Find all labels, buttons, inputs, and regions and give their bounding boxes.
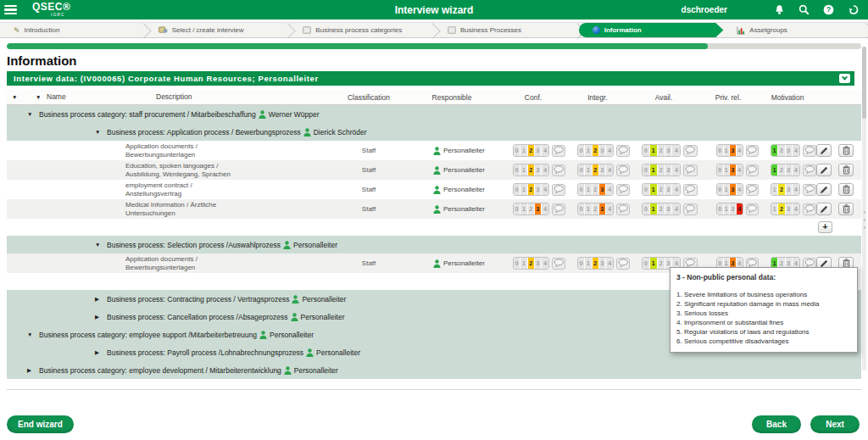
rating-cell-avail-3[interactable]: 3	[665, 184, 673, 195]
rating-cell-priv-1[interactable]: 1	[724, 164, 731, 175]
collapse-arrow-icon[interactable]: ▼	[95, 242, 103, 248]
edit-button[interactable]	[816, 183, 832, 196]
comment-icon[interactable]	[616, 184, 630, 196]
comment-icon[interactable]	[746, 203, 759, 215]
rating-cell-integr-3[interactable]: 3	[599, 258, 606, 269]
comment-icon[interactable]	[746, 184, 759, 196]
rating-cell-integr-3[interactable]: 3	[599, 164, 606, 175]
comment-icon[interactable]	[803, 145, 816, 157]
rating-cell-priv-1[interactable]: 1	[724, 145, 731, 156]
rating-cell-integr-0[interactable]: 0	[578, 164, 585, 175]
rating-cell-avail-3[interactable]: 3	[665, 145, 673, 156]
edit-button[interactable]	[816, 164, 832, 176]
rating-cell-integr-1[interactable]: 1	[585, 258, 592, 269]
rating-cell-conf-3[interactable]: 3	[535, 145, 542, 156]
rating-cell-priv-0[interactable]: 0	[717, 184, 724, 195]
rating-cell-priv-0[interactable]: 0	[717, 203, 724, 214]
rating-cell-integr-1[interactable]: 1	[585, 203, 592, 214]
rating-cell-avail-2[interactable]: 2	[658, 203, 665, 214]
rating-cell-integr-2[interactable]: 2	[593, 203, 599, 214]
rating-cell-motiv-1[interactable]: 1	[771, 164, 778, 175]
rating-cell-conf-2[interactable]: 2	[528, 164, 535, 175]
rating-cell-avail-1[interactable]: 1	[650, 145, 658, 156]
edit-button[interactable]	[816, 144, 832, 157]
rating-cell-conf-4[interactable]: 4	[542, 145, 548, 156]
delete-button[interactable]	[838, 164, 854, 176]
rating-cell-avail-2[interactable]: 2	[658, 184, 665, 195]
header-motivation[interactable]: Motivation	[759, 93, 816, 102]
header-conf[interactable]: Conf.	[501, 93, 565, 102]
comment-icon[interactable]	[616, 258, 630, 270]
rating-cell-integr-2[interactable]: 2	[593, 258, 599, 269]
comment-icon[interactable]	[683, 145, 698, 157]
rating-cell-conf-1[interactable]: 1	[520, 145, 527, 156]
rating-cell-priv-1[interactable]: 1	[724, 203, 731, 214]
rating-cell-priv-4[interactable]: 4	[737, 184, 743, 195]
rating-cell-conf-1[interactable]: 1	[520, 203, 527, 214]
rating-cell-avail-2[interactable]: 2	[658, 258, 665, 269]
rating-cell-motiv-1[interactable]: 1	[771, 145, 778, 156]
rating-cell-integr-3[interactable]: 3	[599, 203, 606, 214]
rating-cell-conf-4[interactable]: 4	[542, 184, 548, 195]
rating-cell-motiv-4[interactable]: 4	[793, 145, 799, 156]
rating-cell-conf-0[interactable]: 0	[514, 164, 520, 175]
rating-cell-conf-1[interactable]: 1	[520, 164, 527, 175]
delete-button[interactable]	[838, 183, 854, 196]
rating-cell-avail-1[interactable]: 1	[650, 258, 658, 269]
comment-icon[interactable]	[552, 258, 565, 270]
header-priv-rel[interactable]: Priv. rel.	[698, 93, 759, 102]
rating-cell-avail-2[interactable]: 2	[658, 145, 665, 156]
step-select-create-interview[interactable]: Select / create interview	[145, 23, 290, 37]
comment-icon[interactable]	[616, 145, 630, 157]
rating-cell-avail-4[interactable]: 4	[672, 203, 680, 214]
rating-cell-integr-3[interactable]: 3	[599, 184, 606, 195]
rating-cell-motiv-1[interactable]: 1	[771, 203, 778, 214]
header-name[interactable]: Name	[47, 93, 66, 102]
header-description[interactable]: Description	[156, 93, 192, 102]
step-introduction[interactable]: ✎Introduction	[0, 23, 145, 37]
rating-cell-avail-3[interactable]: 3	[665, 203, 673, 214]
comment-icon[interactable]	[616, 203, 630, 215]
rating-cell-conf-0[interactable]: 0	[514, 258, 520, 269]
collapse-section-icon[interactable]	[839, 74, 850, 83]
rating-cell-priv-0[interactable]: 0	[717, 164, 724, 175]
rating-cell-conf-0[interactable]: 0	[514, 145, 520, 156]
rating-cell-avail-0[interactable]: 0	[643, 258, 650, 269]
rating-cell-integr-0[interactable]: 0	[578, 203, 585, 214]
rating-cell-priv-3[interactable]: 3	[730, 164, 737, 175]
column-filter-icon[interactable]: ▼	[12, 93, 17, 102]
rating-cell-integr-3[interactable]: 3	[599, 145, 606, 156]
rating-cell-integr-2[interactable]: 2	[593, 184, 599, 195]
rating-cell-motiv-4[interactable]: 4	[793, 203, 799, 214]
rating-cell-conf-0[interactable]: 0	[514, 184, 520, 195]
edit-button[interactable]	[816, 203, 832, 215]
header-classification[interactable]: Classification	[335, 93, 403, 102]
comment-icon[interactable]	[803, 184, 816, 196]
expand-arrow-icon[interactable]: ▶	[95, 314, 103, 320]
rating-cell-priv-4[interactable]: 4	[737, 203, 743, 214]
rating-cell-priv-3[interactable]: 3	[730, 203, 737, 214]
rating-cell-conf-2[interactable]: 2	[528, 184, 535, 195]
next-button[interactable]: Next	[810, 415, 860, 433]
collapse-arrow-icon[interactable]: ▼	[27, 331, 36, 337]
help-icon[interactable]: ?	[822, 3, 835, 16]
collapse-arrow-icon[interactable]: ▼	[95, 129, 103, 135]
back-button[interactable]: Back	[752, 415, 801, 433]
rating-cell-integr-0[interactable]: 0	[578, 184, 585, 195]
rating-cell-motiv-4[interactable]: 4	[793, 184, 799, 195]
comment-icon[interactable]	[683, 203, 698, 215]
rating-cell-conf-4[interactable]: 4	[542, 258, 548, 269]
rating-cell-integr-4[interactable]: 4	[606, 145, 613, 156]
comment-icon[interactable]	[552, 203, 565, 215]
rating-cell-conf-3[interactable]: 3	[535, 184, 542, 195]
rating-cell-motiv-3[interactable]: 3	[786, 203, 793, 214]
rating-cell-avail-4[interactable]: 4	[672, 164, 680, 175]
step-assetgroups[interactable]: Assetgroups	[723, 23, 868, 37]
comment-icon[interactable]	[803, 164, 816, 176]
rating-cell-integr-2[interactable]: 2	[593, 164, 599, 175]
rating-cell-avail-3[interactable]: 3	[665, 164, 673, 175]
rating-cell-motiv-2[interactable]: 2	[778, 184, 785, 195]
rating-cell-motiv-4[interactable]: 4	[793, 164, 799, 175]
rating-cell-avail-1[interactable]: 1	[650, 184, 658, 195]
rating-cell-motiv-2[interactable]: 2	[778, 203, 785, 214]
